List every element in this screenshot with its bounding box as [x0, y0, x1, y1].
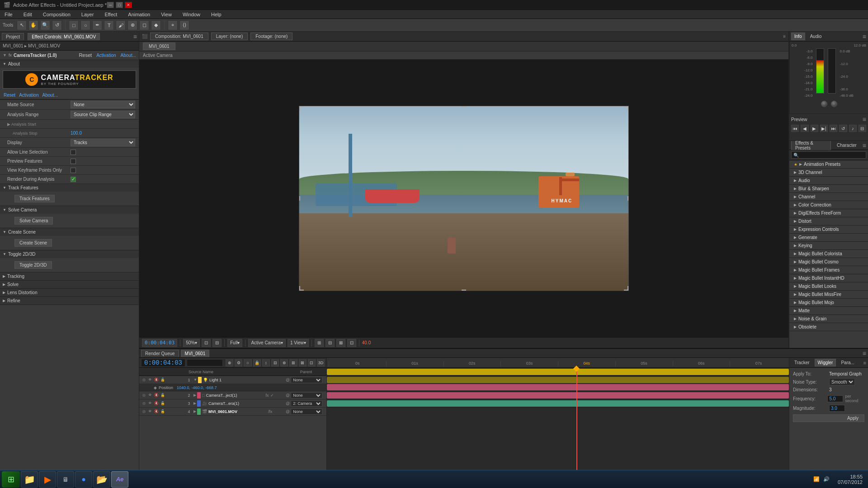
menu-animation[interactable]: Animation	[125, 11, 153, 18]
left-panel-menu[interactable]: ≡	[133, 33, 137, 40]
analysis-range-dropdown[interactable]: Source Clip Range	[71, 111, 135, 118]
mb-mojo-header[interactable]: ▶ Magic Bullet Mojo	[789, 299, 868, 306]
layer-1-audio[interactable]: 🔇	[154, 377, 159, 383]
generate-header[interactable]: ▶ Generate	[789, 234, 868, 241]
activation-link[interactable]: Activation	[19, 93, 38, 98]
frequency-input[interactable]	[827, 395, 843, 402]
mb-colorista-header[interactable]: ▶ Magic Bullet Colorista	[789, 250, 868, 258]
tab-project[interactable]: Project	[2, 33, 24, 40]
resolution-button[interactable]: ⊟	[859, 125, 866, 132]
hide-layers-btn[interactable]: ○	[244, 359, 251, 366]
skip-back-button[interactable]: ⏮	[791, 125, 799, 132]
collapse-all-btn[interactable]: ⊟	[271, 359, 279, 366]
layer-2-solo[interactable]: ◎	[141, 393, 146, 398]
layer-2-expand[interactable]: ▶	[193, 393, 196, 397]
layer-2-name[interactable]: CameraT...ject(1)	[206, 393, 264, 398]
ctrl-pixel-btn[interactable]: ⊟	[212, 339, 222, 347]
timeline-timecode[interactable]: 0:00:04:03	[141, 359, 185, 367]
tool-zoom[interactable]: 🔍	[40, 20, 50, 30]
layer-4-name[interactable]: MVI_0601.MOV	[208, 409, 267, 414]
refine-header[interactable]: ▶ Refine	[0, 297, 139, 305]
layer-4-solo[interactable]: ◎	[141, 409, 146, 414]
wiggler-apply-button[interactable]: Apply	[793, 414, 864, 422]
taskbar-ae[interactable]: Ae	[111, 471, 128, 488]
track-features-button[interactable]: Track Features	[14, 195, 55, 202]
mvi0601-tab[interactable]: MVI_0601	[181, 350, 210, 357]
tool-arrow[interactable]: ↖	[17, 20, 27, 30]
layer-3-parent-select[interactable]: 2: Camera	[291, 400, 322, 407]
layer-1-visible[interactable]: 👁	[147, 377, 153, 383]
distort-header[interactable]: ▶ Distort	[789, 217, 868, 225]
toggle-2d3d-button[interactable]: Toggle 2D/3D	[14, 261, 52, 269]
digieffects-header[interactable]: ▶ DigiEffects FreeForm	[789, 209, 868, 217]
ctrl-view-dropdown[interactable]: 1 View ▾	[288, 339, 309, 347]
prev-frame-button[interactable]: ◀	[801, 125, 808, 132]
minimize-button[interactable]: ─	[107, 2, 114, 8]
lens-distortion-header[interactable]: ▶ Lens Distortion	[0, 289, 139, 296]
mb-looks-header[interactable]: ▶ Magic Bullet Looks	[789, 282, 868, 290]
preview-menu[interactable]: ≡	[863, 116, 866, 123]
plugin-about-link[interactable]: About...	[121, 53, 136, 58]
tool-puppet[interactable]: ◆	[151, 20, 161, 30]
tray-volume[interactable]: 🔊	[823, 476, 830, 482]
audio-header[interactable]: ▶ Audio	[789, 177, 868, 184]
comp-tab-layer[interactable]: Layer: (none)	[211, 33, 248, 40]
blur-sharpen-header[interactable]: ▶ Blur & Sharpen	[789, 185, 868, 192]
tracker-tab[interactable]: Tracker	[791, 359, 813, 366]
menu-file[interactable]: File	[2, 11, 15, 18]
magnitude-input[interactable]	[829, 405, 845, 412]
ctrl-zoom-dropdown[interactable]: 50% ▾	[183, 339, 200, 347]
layer-3-expand[interactable]: ▶	[193, 401, 196, 405]
noise-type-select[interactable]: Smooth	[829, 378, 855, 385]
effects-search-input[interactable]	[791, 151, 866, 159]
info-tab[interactable]: Info	[791, 33, 805, 40]
obsolete-header[interactable]: ▶ Obsolete	[789, 323, 868, 331]
3d-channel-header[interactable]: ▶ 3D Channel	[789, 169, 868, 176]
reset-link[interactable]: Reset	[4, 93, 15, 98]
comp-settings-btn[interactable]: ⚙	[235, 359, 242, 366]
keying-header[interactable]: ▶ Keying	[789, 242, 868, 249]
comp-tab-footage[interactable]: Footage: (none)	[250, 33, 292, 40]
matte-source-dropdown[interactable]: None	[71, 101, 135, 108]
ctrl-layer-controls[interactable]: ⊡	[347, 339, 356, 347]
taskbar-system[interactable]: 🖥	[57, 471, 74, 488]
layer-2-audio[interactable]: 🔇	[154, 393, 159, 398]
menu-help[interactable]: Help	[208, 11, 224, 18]
viewer-menu[interactable]: ≡	[783, 34, 786, 39]
plugin-expand-icon[interactable]: ▼	[3, 53, 7, 57]
knob-left[interactable]	[821, 101, 827, 107]
layer-3-lock[interactable]: 🔓	[160, 401, 165, 406]
channel-header[interactable]: ▶ Channel	[789, 193, 868, 201]
tracking-header[interactable]: ▶ Tracking	[0, 272, 139, 280]
tool-extra1[interactable]: ⌖	[168, 20, 178, 30]
noise-grain-header[interactable]: ▶ Noise & Grain	[789, 315, 868, 323]
close-button[interactable]: ✕	[125, 2, 132, 8]
display-dropdown[interactable]: Tracks	[71, 139, 135, 146]
ctrl-grid-btn[interactable]: ⊞	[315, 339, 324, 347]
layer-4-expand[interactable]: ▶	[193, 409, 196, 413]
render-effects-btn[interactable]: ⊠	[299, 359, 307, 366]
audio-tab[interactable]: Audio	[807, 33, 825, 40]
color-correction-header[interactable]: ▶ Color Correction	[789, 201, 868, 209]
solve-camera-button[interactable]: Solve Camera	[14, 217, 53, 225]
expand-all-btn[interactable]: ↕	[262, 359, 270, 366]
taskbar-chrome[interactable]: ●	[75, 471, 92, 488]
play-button[interactable]: ▶	[811, 125, 818, 132]
mb-frames-header[interactable]: ▶ Magic Bullet Frames	[789, 266, 868, 274]
about-link[interactable]: About...	[42, 93, 57, 98]
wiggler-tab[interactable]: Wiggler	[815, 359, 836, 366]
info-panel-menu[interactable]: ≡	[863, 33, 866, 40]
3d-btn[interactable]: 3D	[317, 359, 325, 366]
ctrl-rulers-btn[interactable]: ⊟	[326, 339, 335, 347]
mb-missfire-header[interactable]: ▶ Magic Bullet MissFire	[789, 291, 868, 298]
tool-stamp[interactable]: ⊕	[127, 20, 137, 30]
start-button[interactable]: ⊞	[2, 471, 20, 488]
character-tab[interactable]: Character	[833, 142, 861, 149]
track-area[interactable]	[327, 368, 789, 483]
matte-header[interactable]: ▶ Matte	[789, 307, 868, 314]
viewport[interactable]: HYMAC	[139, 60, 788, 337]
layer-2-effects-switch[interactable]: ✓	[270, 393, 274, 398]
maximize-button[interactable]: □	[116, 2, 123, 8]
draft-btn[interactable]: ⊞	[289, 359, 297, 366]
layer-1-lock[interactable]: 🔓	[160, 377, 165, 383]
